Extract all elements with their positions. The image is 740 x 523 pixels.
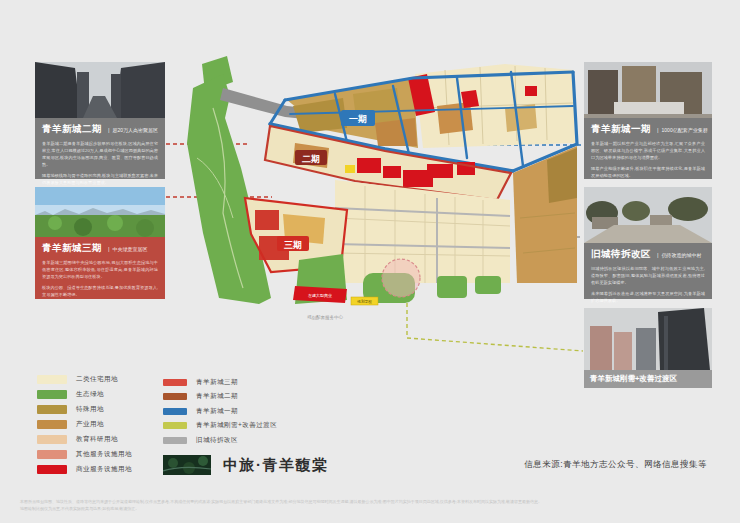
card-phase1-para1: 青羊新城一期以航空产业与总部经济为主导,汇聚了众多产业园区、研发载体与办公楼宇,… bbox=[591, 141, 705, 162]
legend-label: 青羊新城二期 bbox=[196, 392, 238, 401]
map-special-band bbox=[220, 88, 327, 121]
map-highlight-circle bbox=[382, 259, 420, 297]
card-phase3-para1: 青羊新城三期围绕中央绿地公园布局,规划大面积生态绿地与中低密度住区,整体容积率较… bbox=[42, 260, 158, 281]
legend-item-phase3: 青羊新城三期 bbox=[163, 375, 277, 390]
brand-row: 中旅·青羊馥棠 bbox=[163, 455, 329, 475]
map-eco-green bbox=[187, 56, 271, 304]
card-phase2: 青羊新城二期 | 超20万人高密聚居区 青羊新城二期是青羊新城起步较早的居住板块… bbox=[35, 62, 165, 179]
card-oldtown: 旧城待拆改区 | 仍待改造的城中村 旧城待拆改区现状以老旧院落、城中村与低效工业… bbox=[584, 187, 712, 299]
legend-item-special: 特殊用地 bbox=[37, 402, 132, 417]
legend-item-eco-green: 生态绿地 bbox=[37, 387, 132, 402]
card-phase2-subtitle: 超20万人高密聚居区 bbox=[113, 127, 159, 133]
map-north-khaki bbox=[287, 78, 418, 148]
card-phase1-subtitle: 1000亿配套产业集群 bbox=[662, 127, 708, 133]
card-phase1-photo bbox=[584, 62, 712, 118]
legend-label: 生态绿地 bbox=[76, 390, 104, 399]
card-phase2-title: 青羊新城二期 bbox=[42, 123, 102, 136]
legend-label: 其他服务设施用地 bbox=[76, 450, 132, 459]
legend-item-oldtown: 旧城待拆改区 bbox=[163, 433, 277, 448]
map-south-grid bbox=[335, 180, 510, 283]
legend-districts: 青羊新城三期 青羊新城二期 青羊新城一期 青羊新城刚需+改善过渡区 旧城待拆改区 bbox=[163, 375, 277, 448]
swatch-phase2 bbox=[163, 393, 187, 400]
source-note: 信息来源:青羊地方志公众号、网络信息搜集等 bbox=[524, 459, 707, 471]
badge-phase3: 三期 bbox=[277, 236, 309, 251]
swatch-other-service bbox=[37, 450, 67, 459]
swatch-transition bbox=[163, 422, 187, 429]
swatch-phase1 bbox=[163, 408, 187, 415]
card-oldtown-divider: | bbox=[657, 252, 659, 258]
card-oldtown-para2: 未来随着拆迁改造推进,区域将释放大量发展空间,为青羊新城扩容提供承载。 bbox=[591, 291, 705, 305]
legend-label: 青羊新城刚需+改善过渡区 bbox=[196, 421, 277, 430]
brand-thumbnail bbox=[163, 455, 211, 475]
badge-phase2-label: 二期 bbox=[302, 154, 320, 164]
card-phase3-divider: | bbox=[108, 246, 110, 252]
card-phase3-body: 青羊新城三期围绕中央绿地公园布局,规划大面积生态绿地与中低密度住区,整体容积率较… bbox=[35, 258, 165, 309]
map-red-parcel bbox=[408, 74, 435, 116]
map-red-strip bbox=[293, 286, 347, 303]
legend-label: 教育科研用地 bbox=[76, 435, 118, 444]
map-caption: 规划配套服务中心 bbox=[307, 314, 344, 320]
card-oldtown-subtitle: 仍待改造的城中村 bbox=[662, 252, 702, 258]
card-phase1-para2: 随着产业能级不断提升,板块职住平衡度持续优化,是青羊新城发展动能最强的区域。 bbox=[591, 166, 705, 180]
footer-line2: 地图绘制比例仅为示意,不代表实际距离与边界;如有疏漏,敬请指正。 bbox=[20, 506, 720, 513]
card-phase2-photo bbox=[35, 62, 165, 118]
swatch-industry bbox=[37, 420, 67, 429]
planning-map: 在建大型商业 规划学校 规划配套服务中心 一期 二期 三期 bbox=[175, 48, 580, 353]
swatch-special bbox=[37, 405, 67, 414]
card-oldtown-photo bbox=[584, 187, 712, 243]
badge-phase1-label: 一期 bbox=[349, 114, 367, 124]
badge-phase3-label: 三期 bbox=[284, 240, 302, 250]
card-phase1: 青羊新城一期 | 1000亿配套产业集群 青羊新城一期以航空产业与总部经济为主导… bbox=[584, 62, 712, 179]
legend-label: 二类住宅用地 bbox=[76, 375, 118, 384]
legend-item-residential: 二类住宅用地 bbox=[37, 372, 132, 387]
legend-item-phase2: 青羊新城二期 bbox=[163, 390, 277, 405]
card-phase1-body: 青羊新城一期以航空产业与总部经济为主导,汇聚了众多产业园区、研发载体与办公楼宇,… bbox=[584, 139, 712, 190]
card-phase1-divider: | bbox=[657, 127, 659, 133]
legend-landuse: 二类住宅用地 生态绿地 特殊用地 产业用地 教育科研用地 其他服务设施用地 商业… bbox=[37, 372, 132, 477]
legend-label: 旧城待拆改区 bbox=[196, 436, 238, 445]
badge-phase2: 二期 bbox=[295, 150, 327, 165]
swatch-residential bbox=[37, 375, 67, 384]
map-yellow-chip-label: 规划学校 bbox=[357, 299, 372, 304]
card-phase2-para1: 青羊新城二期是青羊新城起步较早的居住板块,区域内高层住宅林立,常住人口规模超过2… bbox=[42, 141, 158, 169]
card-phase3-para2: 板块内公园、绿道等生态配套持续兑现,叠加优质教育资源导入,宜居属性不断增强。 bbox=[42, 285, 158, 299]
card-phase2-divider: | bbox=[108, 127, 110, 133]
legend-label: 产业用地 bbox=[76, 420, 104, 429]
card-phase3-photo bbox=[35, 187, 165, 237]
footer-line1: 本图所示规划范围、地块性质、道路等信息均来源于公开渠道整理绘制,仅作示意参考,不… bbox=[20, 499, 720, 506]
legend-item-industry: 产业用地 bbox=[37, 417, 132, 432]
map-phase2-belt bbox=[265, 126, 511, 200]
legend-label: 商业服务设施用地 bbox=[76, 465, 132, 474]
swatch-education bbox=[37, 435, 67, 444]
footer-disclaimer: 本图所示规划范围、地块性质、道路等信息均来源于公开渠道整理绘制,仅作示意参考,不… bbox=[20, 499, 720, 513]
map-north-cream bbox=[415, 64, 575, 148]
swatch-commercial bbox=[37, 465, 67, 474]
brand-name: 中旅·青羊馥棠 bbox=[223, 456, 329, 475]
legend-item-other-service: 其他服务设施用地 bbox=[37, 447, 132, 462]
card-phase3-subtitle: 中央绿意宜居区 bbox=[113, 246, 148, 252]
card-phase1-title: 青羊新城一期 bbox=[591, 123, 651, 136]
swatch-eco-green bbox=[37, 390, 67, 399]
card-phase3: 青羊新城三期 | 中央绿意宜居区 青羊新城三期围绕中央绿地公园布局,规划大面积生… bbox=[35, 187, 165, 299]
legend-label: 特殊用地 bbox=[76, 405, 104, 414]
card-phase2-para2: 随着地铁线路与骨干道路的完善,板块与主城联系愈发紧密,未来仍将承接大量刚需与刚改… bbox=[42, 173, 158, 187]
card-oldtown-para1: 旧城待拆改区现状以老旧院落、城中村与低效工业用地为主,道路狭窄、配套陈旧,整体风… bbox=[591, 266, 705, 287]
legend-label: 青羊新城三期 bbox=[196, 378, 238, 387]
connector-transition bbox=[407, 296, 583, 351]
card-transition: 青羊新城刚需+改善过渡区 bbox=[584, 308, 712, 388]
swatch-oldtown bbox=[163, 437, 187, 444]
legend-label: 青羊新城一期 bbox=[196, 407, 238, 416]
legend-item-education: 教育科研用地 bbox=[37, 432, 132, 447]
card-transition-photo bbox=[584, 308, 712, 370]
card-phase3-title: 青羊新城三期 bbox=[42, 242, 102, 255]
planning-poster: 在建大型商业 规划学校 规划配套服务中心 一期 二期 三期 bbox=[0, 0, 740, 523]
map-phase3-district bbox=[245, 198, 347, 272]
map-blue-roads bbox=[270, 72, 577, 171]
map-east-tan bbox=[513, 146, 577, 283]
legend-item-commercial: 商业服务设施用地 bbox=[37, 462, 132, 477]
card-oldtown-title: 旧城待拆改区 bbox=[591, 248, 651, 261]
legend-item-phase1: 青羊新城一期 bbox=[163, 404, 277, 419]
legend-item-transition: 青羊新城刚需+改善过渡区 bbox=[163, 419, 277, 434]
map-yellow-chip bbox=[351, 297, 378, 305]
badge-phase1: 一期 bbox=[341, 110, 375, 126]
